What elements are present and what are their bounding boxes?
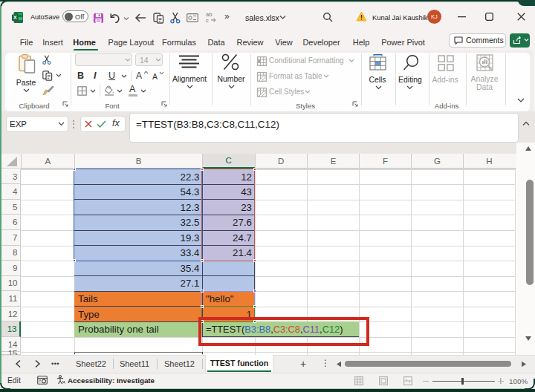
svg-text:X: X xyxy=(13,14,17,21)
svg-text:c: c xyxy=(206,17,209,23)
